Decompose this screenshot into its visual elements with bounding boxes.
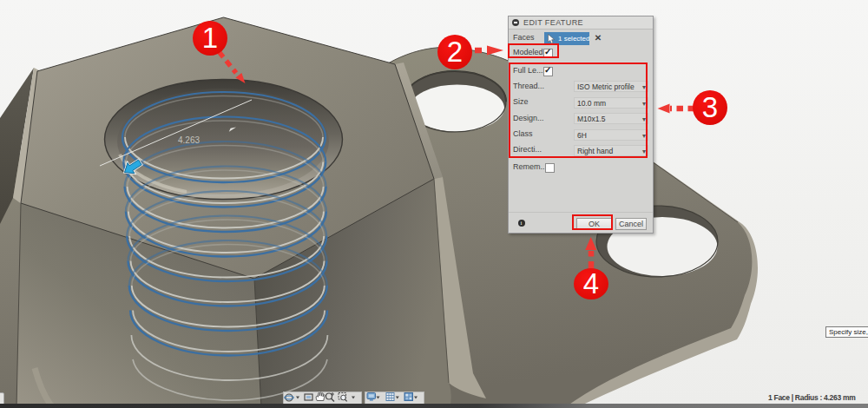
svg-text:4.263: 4.263 (178, 135, 200, 145)
